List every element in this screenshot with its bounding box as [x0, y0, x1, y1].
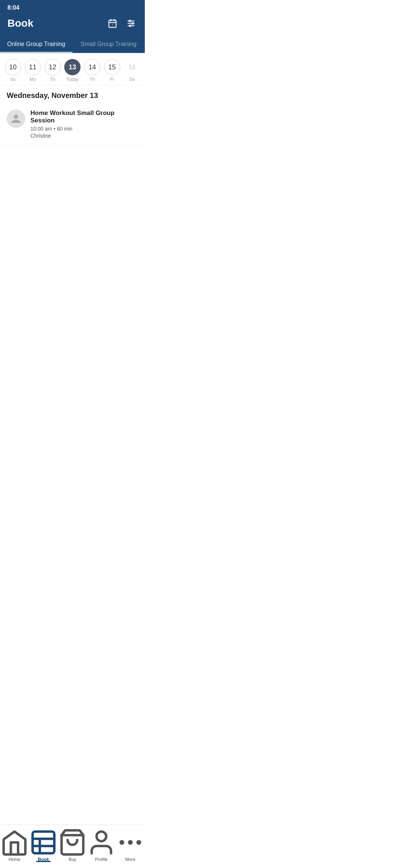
session-time: 10:00 am • 60 min [30, 126, 138, 132]
filter-icon-button[interactable] [125, 17, 137, 30]
calendar-day-15[interactable]: 15 Fr [103, 59, 121, 82]
day-number: 11 [25, 59, 41, 75]
day-label: Fr [110, 77, 114, 82]
svg-point-10 [130, 25, 131, 26]
svg-point-8 [129, 20, 131, 22]
avatar-icon [11, 114, 21, 124]
calendar-icon [108, 19, 117, 28]
session-trainer: Christine [30, 133, 138, 139]
day-label: Sa [129, 77, 135, 82]
day-label-today: Today [66, 77, 78, 82]
day-label: Mo [30, 77, 36, 82]
calendar-day-10[interactable]: 10 Su [4, 59, 22, 82]
tab-online-group-training[interactable]: Online Group Training [0, 36, 72, 53]
calendar-day-12[interactable]: 12 Tu [43, 59, 62, 82]
svg-rect-0 [109, 20, 116, 27]
day-label: Th [89, 77, 95, 82]
calendar-strip: 10 Su 11 Mo 12 Tu 13 Today 14 Th 15 Fr 1… [0, 53, 145, 85]
main-content: Wednesday, November 13 Home Workout Smal… [0, 85, 145, 308]
day-label: Tu [50, 77, 55, 82]
tab-navigation: Online Group Training Small Group Traini… [0, 36, 145, 53]
calendar-day-11[interactable]: 11 Mo [23, 59, 42, 82]
session-card[interactable]: Home Workout Small Group Session 10:00 a… [0, 104, 145, 144]
svg-point-9 [132, 23, 133, 24]
session-title: Home Workout Small Group Session [30, 109, 138, 124]
day-label: Su [10, 77, 16, 82]
day-number-selected: 13 [64, 59, 81, 75]
filter-icon [126, 19, 136, 28]
calendar-icon-button[interactable] [106, 17, 119, 30]
calendar-day-16[interactable]: 16 Sa [123, 59, 141, 82]
tab-small-group-training[interactable]: Small Group Training [72, 36, 145, 53]
day-number: 10 [5, 59, 21, 75]
app-header: Book [0, 14, 145, 36]
session-details: Home Workout Small Group Session 10:00 a… [30, 109, 138, 139]
selected-date-header: Wednesday, November 13 [0, 85, 145, 104]
trainer-avatar [7, 109, 25, 128]
page-title: Book [7, 17, 33, 29]
status-bar: 8:04 [0, 0, 145, 14]
header-actions [106, 17, 137, 30]
svg-point-4 [112, 24, 113, 25]
calendar-day-14[interactable]: 14 Th [83, 59, 101, 82]
status-time: 8:04 [7, 4, 19, 11]
day-number: 14 [84, 59, 100, 75]
day-number: 16 [124, 59, 140, 75]
day-number: 12 [45, 59, 61, 75]
calendar-day-13[interactable]: 13 Today [63, 59, 82, 82]
day-number: 15 [104, 59, 120, 75]
